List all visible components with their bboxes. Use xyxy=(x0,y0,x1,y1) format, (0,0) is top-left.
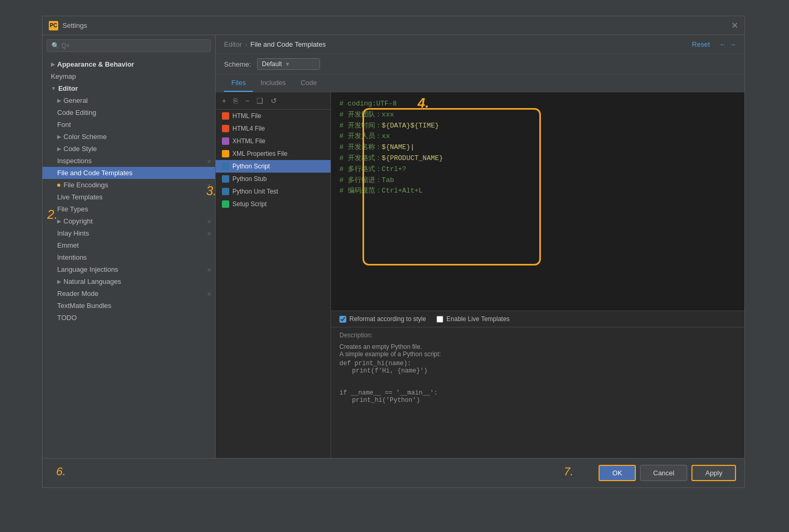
sidebar-item-file-encodings[interactable]: File Encodings ≡ xyxy=(42,179,215,191)
tab-includes[interactable]: Includes xyxy=(253,75,293,92)
reset-file-button[interactable]: ↺ xyxy=(269,95,279,106)
code-line-2: # 开发团队：xxx xyxy=(339,110,736,121)
reformat-option: Reformat according to style xyxy=(339,315,426,323)
sidebar-item-editor[interactable]: ▼ Editor xyxy=(42,82,215,94)
desc-text1: Creates an empty Python file. xyxy=(339,343,736,350)
sidebar-item-copyright[interactable]: ▶ Copyright ≡ xyxy=(42,215,215,227)
copy-button[interactable]: ⎘ xyxy=(231,95,240,106)
app-icon: PC xyxy=(49,21,58,30)
code-line-3: # 开发时间：${DATA}${TIME} xyxy=(339,121,736,132)
code-desc-2: print(f'Hi, {name}') xyxy=(352,367,736,375)
file-list: HTML File HTML4 File XHTML File XML xyxy=(216,110,330,458)
code-line-6: # 开发格式：${PRODUCT_NAME} xyxy=(339,153,736,164)
reformat-checkbox[interactable] xyxy=(339,316,346,323)
duplicate-button[interactable]: ❑ xyxy=(254,95,265,106)
pytest-icon xyxy=(222,188,229,195)
sidebar-item-inlay-hints[interactable]: Inlay Hints ≡ xyxy=(42,227,215,239)
code-line-9: # 编码规范：Ctrl+Alt+L xyxy=(339,186,736,197)
search-box[interactable]: 🔍 xyxy=(47,39,211,52)
file-item-xhtml[interactable]: XHTML File xyxy=(216,135,330,147)
sidebar-item-textmate-bundles[interactable]: TextMate Bundles xyxy=(42,300,215,312)
description-content: Creates an empty Python file. A simple e… xyxy=(331,341,744,408)
arrow-icon: ▶ xyxy=(57,279,61,284)
setup-icon xyxy=(222,200,229,208)
breadcrumb-separator: › xyxy=(245,40,247,48)
indicator-icon: ≡ xyxy=(208,230,211,237)
file-name: Python Stub xyxy=(232,175,266,183)
scheme-dropdown[interactable]: Default ▾ xyxy=(257,58,320,70)
main-content: 🔍 ▶ Appearance & Behavior Keymap ▼ Edito… xyxy=(42,35,744,458)
live-templates-checkbox[interactable] xyxy=(436,316,443,323)
code-editor[interactable]: # coding:UTF-8 # 开发团队：xxx # 开发时间：${DATA}… xyxy=(331,92,744,311)
file-item-html4[interactable]: HTML4 File xyxy=(216,122,330,135)
arrow-down-icon: ▼ xyxy=(51,86,56,91)
file-name: Python Unit Test xyxy=(232,188,278,195)
settings-window: PC Settings ✕ 🔍 ▶ Appearance & Behavior … xyxy=(42,16,745,488)
annotation-7: 7. xyxy=(564,465,573,481)
ok-button[interactable]: OK xyxy=(599,465,636,481)
add-button[interactable]: + xyxy=(220,95,228,106)
file-item-python-stub[interactable]: Python Stub xyxy=(216,173,330,185)
html-icon xyxy=(222,112,229,120)
tab-code[interactable]: Code xyxy=(293,75,324,92)
sidebar-item-keymap[interactable]: Keymap xyxy=(42,70,215,82)
description-label: Description: xyxy=(331,327,744,341)
sidebar-item-font[interactable]: Font xyxy=(42,119,215,131)
back-arrow[interactable]: ← xyxy=(719,40,726,48)
nav-tree: ▶ Appearance & Behavior Keymap ▼ Editor … xyxy=(42,56,215,326)
sidebar-item-emmet[interactable]: Emmet xyxy=(42,239,215,251)
close-button[interactable]: ✕ xyxy=(731,20,738,30)
sidebar-item-code-style[interactable]: ▶ Code Style xyxy=(42,143,215,155)
indicator-icon: ≡ xyxy=(208,267,211,273)
sidebar-item-natural-languages[interactable]: ▶ Natural Languages xyxy=(42,275,215,288)
search-input[interactable] xyxy=(61,42,206,49)
code-desc-1: def print_hi(name): xyxy=(339,360,736,367)
sidebar-item-file-types[interactable]: File Types xyxy=(42,203,215,215)
sidebar-item-file-code-templates[interactable]: File and Code Templates xyxy=(42,167,215,179)
file-name: XHTML File xyxy=(232,137,265,145)
forward-arrow[interactable]: → xyxy=(729,40,736,48)
reset-button[interactable]: Reset xyxy=(692,40,710,48)
breadcrumb: Editor › File and Code Templates Reset ←… xyxy=(216,35,744,54)
xhtml-icon xyxy=(222,137,229,145)
arrow-icon: ▶ xyxy=(51,61,55,67)
arrow-icon: ▶ xyxy=(57,134,61,140)
window-title: Settings xyxy=(62,22,87,29)
scheme-label: Scheme: xyxy=(224,60,251,68)
description-panel: Description: Creates an empty Python fil… xyxy=(331,327,744,458)
tab-files[interactable]: Files xyxy=(224,75,253,92)
file-item-python-script[interactable]: Python Script xyxy=(216,160,330,173)
sidebar-item-general[interactable]: ▶ General xyxy=(42,94,215,107)
sidebar-item-appearance[interactable]: ▶ Appearance & Behavior xyxy=(42,58,215,70)
sidebar-item-inspections[interactable]: Inspections ≡ xyxy=(42,155,215,167)
py-icon xyxy=(222,163,229,170)
code-desc-6: print_hi('Python') xyxy=(352,397,736,404)
code-desc-3 xyxy=(339,375,736,382)
code-line-8: # 多行缩进：Tab xyxy=(339,175,736,186)
file-item-html[interactable]: HTML File xyxy=(216,110,330,122)
sidebar-item-language-injections[interactable]: Language Injections ≡ xyxy=(42,263,215,275)
code-line-1: # coding:UTF-8 xyxy=(339,99,736,110)
sidebar-item-live-templates[interactable]: Live Templates xyxy=(42,191,215,203)
titlebar: PC Settings ✕ xyxy=(42,16,744,35)
sidebar-item-todo[interactable]: TODO xyxy=(42,312,215,324)
sidebar-item-intentions[interactable]: Intentions xyxy=(42,251,215,263)
code-desc-5: if __name__ == '__main__': xyxy=(339,389,736,397)
file-name: Setup Script xyxy=(232,200,266,208)
file-item-setup-script[interactable]: Setup Script xyxy=(216,198,330,210)
remove-button[interactable]: − xyxy=(243,95,251,106)
file-list-toolbar: + ⎘ − ❑ ↺ xyxy=(216,92,330,110)
sidebar-item-reader-mode[interactable]: Reader Mode ≡ xyxy=(42,288,215,300)
apply-button[interactable]: Apply xyxy=(691,465,736,481)
sidebar-item-code-editing[interactable]: Code Editing xyxy=(42,107,215,119)
arrow-icon: ▶ xyxy=(57,218,61,224)
right-panel: Editor › File and Code Templates Reset ←… xyxy=(216,35,744,458)
breadcrumb-nav: Reset ← → xyxy=(692,40,736,48)
file-item-python-unit-test[interactable]: Python Unit Test xyxy=(216,185,330,198)
annotation-6: 6. xyxy=(56,465,66,481)
sidebar-item-color-scheme[interactable]: ▶ Color Scheme xyxy=(42,131,215,143)
footer-buttons: 6. 7. OK Cancel Apply xyxy=(42,458,744,487)
dot-indicator xyxy=(57,184,60,187)
cancel-button[interactable]: Cancel xyxy=(640,465,687,481)
file-item-xml[interactable]: XML Properties File xyxy=(216,147,330,160)
